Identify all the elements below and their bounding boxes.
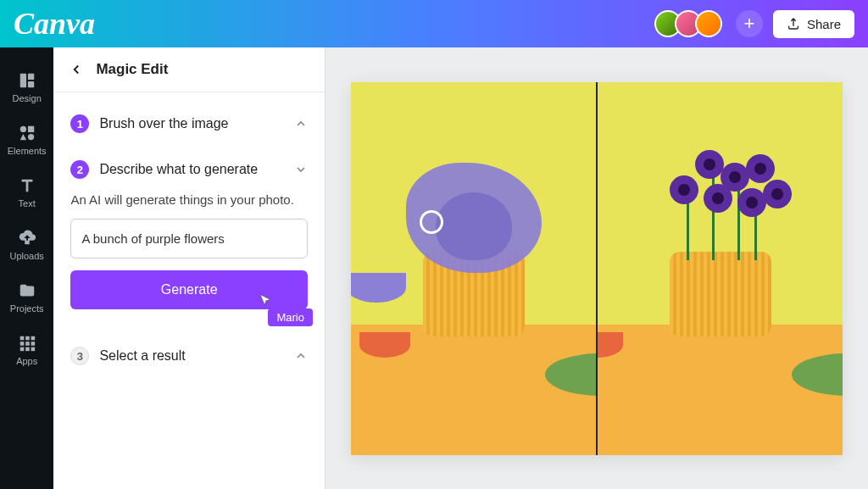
svg-rect-4 (28, 126, 34, 132)
main-area: Design Elements Text Uploads Projects Ap… (0, 47, 868, 489)
svg-rect-14 (25, 347, 30, 352)
sidebar-item-label: Elements (8, 146, 47, 156)
avatar[interactable] (695, 10, 722, 37)
before-after-split (351, 82, 843, 455)
sidebar-item-label: Apps (16, 356, 37, 366)
collaborator-avatars (654, 10, 722, 37)
teapot-brush-area[interactable] (406, 163, 542, 273)
canva-logo[interactable]: Canva (14, 6, 95, 42)
sidebar-item-design[interactable]: Design (0, 61, 53, 114)
svg-rect-7 (19, 336, 24, 341)
svg-rect-13 (19, 347, 24, 352)
svg-point-6 (28, 134, 34, 140)
svg-rect-12 (31, 342, 35, 346)
generate-label: Generate (161, 282, 218, 297)
prompt-input[interactable] (70, 219, 308, 258)
sidebar-item-label: Design (13, 93, 42, 103)
chevron-down-icon[interactable] (294, 163, 308, 176)
step-badge: 3 (70, 347, 89, 365)
yellow-pedestal (670, 252, 771, 336)
svg-rect-1 (28, 74, 34, 80)
sidebar-item-uploads[interactable]: Uploads (0, 219, 53, 271)
folder-icon (18, 281, 36, 300)
chevron-up-icon[interactable] (294, 117, 308, 131)
step-badge: 2 (70, 160, 89, 179)
teapot-shape (436, 192, 512, 260)
step-select[interactable]: 3 Select a result (70, 333, 308, 379)
step-describe[interactable]: 2 Describe what to generate (70, 147, 308, 192)
svg-rect-2 (28, 81, 34, 87)
step-badge: 1 (70, 114, 89, 133)
left-sidebar: Design Elements Text Uploads Projects Ap… (0, 47, 53, 489)
purple-flower (737, 188, 766, 217)
back-icon[interactable] (69, 62, 84, 77)
canvas-area[interactable] (326, 47, 868, 489)
top-header: Canva + Share (0, 0, 868, 47)
svg-rect-9 (31, 336, 35, 341)
header-right: + Share (654, 10, 854, 38)
brush-cursor-ring (420, 210, 443, 234)
share-button[interactable]: Share (773, 10, 854, 38)
panel-title: Magic Edit (96, 61, 168, 78)
sidebar-item-label: Projects (10, 303, 44, 314)
step-brush[interactable]: 1 Brush over the image (70, 101, 308, 147)
generate-button[interactable]: Generate Mario (70, 270, 308, 309)
sidebar-item-label: Text (19, 198, 36, 208)
svg-rect-11 (25, 342, 30, 346)
generated-flowers (653, 142, 788, 260)
share-label: Share (807, 17, 841, 31)
sidebar-item-label: Uploads (10, 251, 44, 261)
step-help-text: An AI will generate things in your photo… (70, 192, 308, 207)
svg-rect-0 (19, 74, 25, 88)
sidebar-item-elements[interactable]: Elements (0, 114, 53, 166)
purple-flower (670, 175, 698, 204)
purple-flower (695, 150, 724, 179)
upload-icon (787, 17, 800, 31)
svg-rect-15 (31, 347, 35, 352)
step-label: Describe what to generate (99, 162, 284, 177)
collaborator-cursor: Mario (258, 293, 313, 326)
orange-bowl-prop (359, 332, 410, 358)
elements-icon (18, 124, 36, 142)
svg-point-3 (19, 126, 25, 132)
step-label: Select a result (99, 348, 284, 364)
panel-body: 1 Brush over the image 2 Describe what t… (53, 92, 325, 387)
step-label: Brush over the image (99, 116, 284, 131)
cursor-pointer-icon (258, 293, 273, 308)
purple-flower (704, 184, 732, 213)
cloud-upload-icon (18, 229, 36, 247)
sidebar-item-apps[interactable]: Apps (0, 324, 53, 376)
panel-header: Magic Edit (53, 47, 325, 92)
text-icon (18, 176, 36, 195)
magic-edit-panel: Magic Edit 1 Brush over the image 2 Desc… (53, 47, 326, 489)
purple-flower (763, 180, 792, 208)
purple-bowl-prop (351, 273, 406, 303)
sidebar-item-projects[interactable]: Projects (0, 271, 53, 324)
after-image (598, 82, 843, 455)
purple-flower (746, 154, 775, 183)
sidebar-item-text[interactable]: Text (0, 166, 53, 219)
svg-rect-8 (25, 336, 30, 341)
design-icon (18, 71, 36, 90)
svg-marker-5 (19, 134, 25, 140)
add-collaborator-button[interactable]: + (736, 10, 763, 37)
svg-rect-10 (19, 342, 24, 346)
apps-grid-icon (18, 334, 36, 353)
before-image (351, 82, 598, 455)
cursor-user-label: Mario (268, 308, 313, 326)
chevron-up-icon[interactable] (294, 349, 308, 363)
